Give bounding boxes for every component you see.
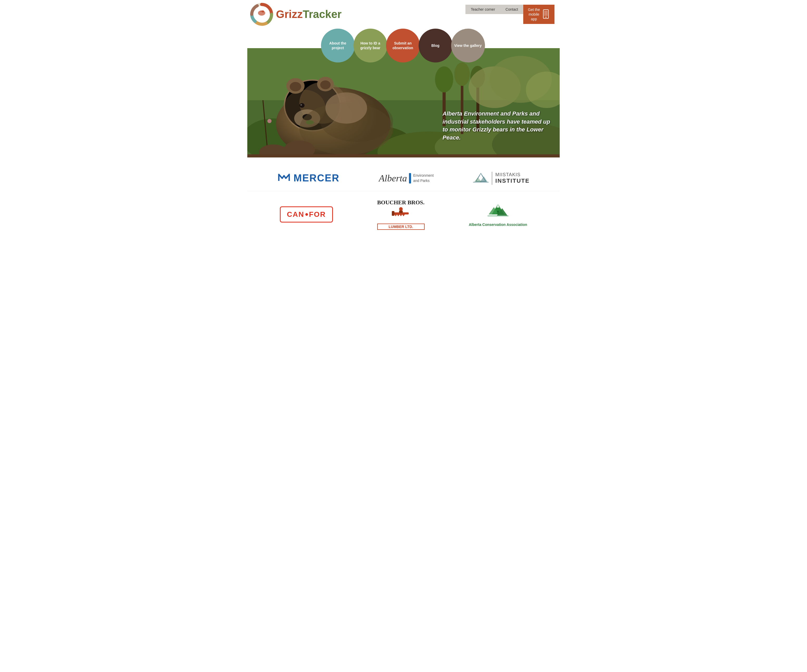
boucher-sub-text: LUMBER LTD. [377, 224, 425, 230]
mercer-m-icon [277, 171, 291, 184]
hero-section: Alberta Environment and Parks and indust… [247, 48, 560, 158]
svg-point-42 [454, 63, 470, 86]
svg-point-2 [262, 10, 264, 13]
nav-about[interactable]: About the project [321, 29, 355, 63]
boucher-main-text: BOUCHER BROS. [377, 199, 425, 206]
logo-tracker: Tracker [303, 8, 342, 20]
svg-rect-55 [392, 211, 394, 216]
teacher-corner-button[interactable]: Teacher corner [465, 5, 500, 14]
svg-rect-4 [545, 17, 547, 17]
alberta-blue-bar [409, 173, 411, 184]
aca-text: Alberta Conservation Association [469, 222, 527, 227]
contact-button[interactable]: Contact [500, 5, 523, 14]
sponsor-mercer: MERCER [277, 171, 340, 186]
nav-submit[interactable]: Submit an observation [386, 29, 420, 63]
svg-marker-59 [402, 214, 405, 216]
header-right: Teacher corner Contact Get the mobile ap… [465, 5, 555, 24]
svg-point-65 [497, 211, 499, 213]
canfor-text: CAN [287, 210, 304, 219]
logo-text: GrizzTracker [276, 9, 342, 20]
sponsors-row-2: CAN FOR BOUCHER BROS. LUMBER LTD. [247, 191, 560, 240]
nav-blog[interactable]: Blog [418, 29, 452, 63]
header: GrizzTracker Teacher corner Contact Get … [247, 0, 560, 26]
nav-howto[interactable]: How to ID a grizzly bear [354, 29, 387, 63]
mobile-icon [542, 9, 550, 20]
svg-point-32 [301, 104, 302, 106]
sponsor-miistakis: MIISTAKIS INSTITUTE [473, 172, 530, 185]
sponsor-canfor: CAN FOR [280, 206, 333, 222]
svg-point-27 [290, 82, 301, 91]
logo-area: GrizzTracker [250, 3, 342, 26]
boucher-lumberjack-icon [390, 206, 411, 221]
svg-point-31 [299, 103, 305, 108]
alberta-subtitle: Environment and Parks [413, 173, 434, 183]
logo-icon [250, 3, 273, 26]
svg-point-17 [267, 119, 272, 123]
miistakis-text: MIISTAKIS INSTITUTE [495, 172, 530, 184]
svg-point-28 [320, 80, 330, 89]
svg-marker-57 [397, 214, 400, 216]
canfor-dot [306, 213, 308, 216]
get-mobile-app-button[interactable]: Get the mobile app [523, 5, 555, 24]
sponsor-alberta: Alberta Environment and Parks [379, 173, 434, 184]
mercer-text: MERCER [294, 173, 340, 184]
svg-point-40 [435, 66, 453, 92]
nav-circles: About the project How to ID a grizzly be… [247, 29, 560, 63]
alberta-script-text: Alberta [379, 173, 407, 184]
svg-point-60 [399, 207, 403, 211]
hero-text: Alberta Environment and Parks and indust… [443, 110, 552, 142]
miistakis-mountain-icon [473, 172, 489, 185]
sponsor-aca: Alberta Conservation Association [469, 202, 527, 227]
svg-marker-51 [474, 177, 482, 182]
mercer-icon [277, 171, 291, 186]
svg-marker-56 [394, 214, 397, 216]
sponsor-boucher: BOUCHER BROS. LUMBER LTD. [377, 199, 425, 230]
aca-mountain-icon [488, 202, 508, 221]
svg-rect-48 [247, 154, 560, 158]
svg-point-36 [325, 92, 367, 124]
svg-rect-61 [399, 211, 403, 213]
nav-gallery[interactable]: View the gallery [451, 29, 485, 63]
svg-marker-58 [400, 214, 402, 216]
divider [492, 172, 492, 185]
sponsors-row-1: MERCER Alberta Environment and Parks MII… [247, 158, 560, 191]
canfor-text-2: FOR [309, 210, 326, 219]
logo-grizz: Grizz [276, 8, 303, 20]
svg-rect-5 [544, 11, 548, 16]
